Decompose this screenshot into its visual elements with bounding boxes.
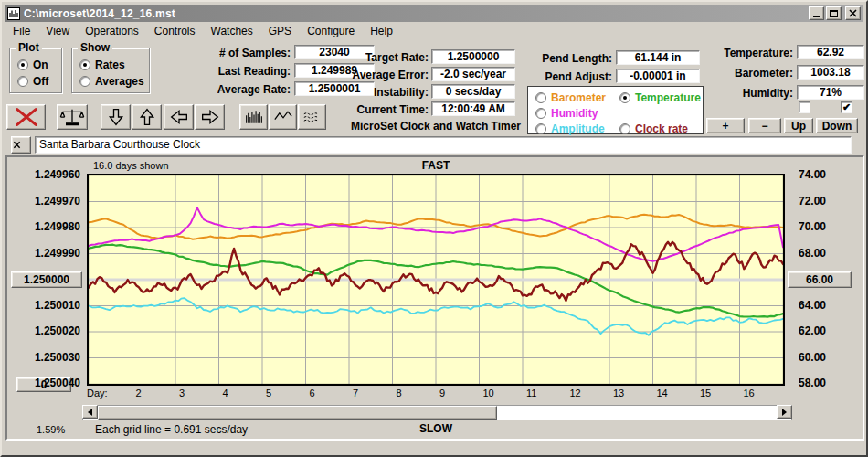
balance-icon [59, 107, 85, 128]
menu-item-watches[interactable]: Watches [209, 24, 255, 38]
zigzag-line-button[interactable] [269, 104, 297, 130]
left-axis-label: 1.250020 [2, 324, 80, 337]
right-axis-label: 64.00 [799, 299, 826, 312]
day-tick: 3 [179, 388, 185, 399]
menu-item-file[interactable]: File [11, 24, 32, 38]
left-axis-label: 1.250030 [2, 351, 80, 364]
plot-off-radio[interactable] [17, 76, 28, 87]
series-radio-temperature[interactable] [619, 92, 630, 103]
barometer-value[interactable]: 1003.18 [797, 65, 864, 80]
left-axis-label: 1.250040 [2, 377, 80, 389]
right-axis-label: 60.00 [799, 351, 826, 364]
app-icon [7, 7, 20, 20]
series-radio-amplitude[interactable] [535, 123, 546, 134]
left-axis-label: 1.249960 [2, 168, 80, 181]
show-rates-radio[interactable] [79, 59, 90, 70]
scroll-right-button[interactable] [777, 405, 792, 419]
app-title: MicroSet Clock and Watch Timer [322, 120, 550, 133]
arrow-down-button[interactable] [101, 104, 131, 130]
minus-button[interactable]: − [748, 118, 781, 133]
humidity-value[interactable]: 71% [797, 85, 864, 100]
show-rates-option[interactable]: Rates [79, 58, 125, 71]
series-option-label: Humidity [551, 107, 598, 120]
series-option-label: Amplitude [551, 122, 605, 135]
instability-value[interactable]: 0 secs/day [431, 84, 515, 99]
temperature-label: Temperature: [683, 47, 793, 59]
zigzag-line-icon [273, 108, 293, 126]
day-tick: 8 [397, 388, 402, 399]
series-option-humidity[interactable]: Humidity [535, 107, 598, 120]
temperature-value[interactable]: 62.92 [797, 45, 864, 59]
menu-item-configure[interactable]: Configure [305, 24, 356, 38]
delete-x-icon [11, 107, 42, 127]
minimize-button[interactable] [809, 6, 824, 20]
maximize-button[interactable] [826, 6, 842, 20]
menu-item-help[interactable]: Help [368, 24, 395, 38]
pend-length-label: Pend Length: [503, 52, 612, 65]
grid-note: Each grid line = 0.691 secs/day [95, 423, 248, 436]
instability-label: Instability: [319, 86, 429, 99]
target-rate-label: Target Rate: [319, 51, 429, 64]
left-axis-center-button[interactable]: 1.250000 [11, 271, 82, 288]
current-time-value[interactable]: 12:00:49 AM [431, 101, 515, 116]
arrow-up-button[interactable] [132, 104, 162, 130]
humidity-label: Humidity: [683, 87, 793, 100]
menu-item-gps[interactable]: GPS [267, 24, 293, 38]
close-button[interactable] [845, 6, 861, 20]
left-checkbox[interactable] [799, 101, 810, 113]
barometer-label: Barometer: [683, 67, 793, 80]
series-radio-barometer[interactable] [535, 92, 546, 103]
scroll-left-button[interactable] [82, 405, 98, 419]
day-tick: 6 [310, 388, 315, 399]
menu-item-operations[interactable]: Operations [83, 24, 141, 38]
waves-button[interactable] [298, 104, 326, 130]
series-radio-humidity[interactable] [535, 108, 546, 119]
last-reading-label: Last Reading: [181, 65, 291, 78]
series-option-clock-rate[interactable]: Clock rate [619, 122, 688, 135]
show-averages-label: Averages [95, 75, 144, 88]
clock-name-input[interactable]: Santa Barbara Courthouse Clock [35, 136, 852, 154]
histogram-button[interactable] [239, 104, 268, 130]
right-axis-center-button[interactable]: 66.00 [788, 271, 852, 288]
histogram-icon [244, 108, 264, 126]
window-title: C:\microset\2014_12_16.mst [24, 7, 175, 20]
average-error-label: Average Error: [319, 69, 429, 81]
right-axis-label: 58.00 [799, 377, 826, 389]
show-groupbox: Show Rates Averages [71, 48, 150, 93]
day-tick: 16 [744, 388, 755, 399]
series-selector-box: BarometerHumidityAmplitudeTemperatureClo… [527, 86, 704, 134]
menu-item-controls[interactable]: Controls [153, 24, 197, 38]
arrow-right-button[interactable] [195, 104, 225, 130]
arrow-left-icon [169, 108, 189, 126]
show-averages-option[interactable]: Averages [79, 75, 144, 88]
day-tick: 12 [570, 388, 581, 399]
series-option-barometer[interactable]: Barometer [535, 91, 606, 104]
balance-button[interactable] [57, 104, 88, 130]
series-option-amplitude[interactable]: Amplitude [535, 122, 605, 135]
arrow-down-icon [107, 107, 125, 127]
plot-off-label: Off [33, 75, 48, 88]
right-axis-label: 74.00 [799, 168, 826, 181]
show-averages-radio[interactable] [79, 76, 90, 87]
day-tick: 4 [223, 388, 228, 399]
plus-button[interactable]: + [706, 118, 745, 133]
day-tick: 15 [700, 388, 711, 399]
down-button[interactable]: Down [816, 118, 858, 133]
title-bar[interactable]: C:\microset\2014_12_16.mst [5, 5, 863, 22]
right-axis-label: 72.00 [799, 195, 826, 207]
right-checkbox[interactable]: ✔ [841, 101, 852, 113]
arrow-left-button[interactable] [164, 104, 194, 130]
menu-item-view[interactable]: View [44, 24, 71, 38]
slow-label: SLOW [372, 422, 500, 435]
scrollbar-thumb[interactable] [98, 406, 497, 420]
fast-label: FAST [372, 159, 500, 172]
plot-on-radio[interactable] [17, 59, 28, 70]
clear-name-button[interactable] [11, 136, 31, 154]
plot-on-option[interactable]: On [17, 58, 48, 71]
delete-x-button[interactable] [6, 104, 46, 130]
plot-off-option[interactable]: Off [17, 75, 48, 88]
chart-scrollbar[interactable] [82, 405, 792, 420]
series-radio-clock-rate[interactable] [619, 123, 630, 134]
right-axis-label: 62.00 [799, 324, 826, 337]
up-button[interactable]: Up [784, 118, 813, 133]
